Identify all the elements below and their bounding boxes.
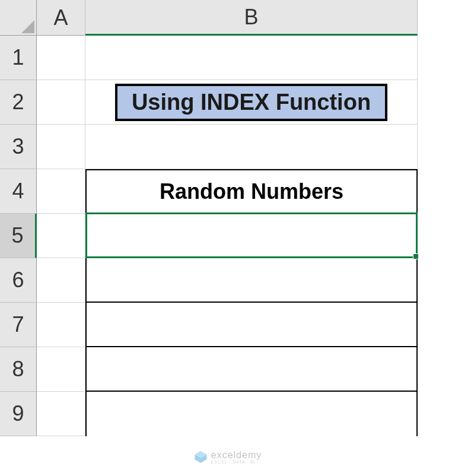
select-all-corner[interactable] <box>0 0 37 36</box>
watermark-text: exceldemy EXCEL · DATA · BI <box>211 450 262 464</box>
cell-selection <box>85 212 418 258</box>
row-header-5[interactable]: 5 <box>0 214 37 258</box>
cell-b5[interactable] <box>85 214 418 258</box>
cell-b6[interactable] <box>85 258 418 303</box>
col-header-a[interactable]: A <box>37 0 85 36</box>
cell-b1[interactable] <box>85 36 418 80</box>
watermark-sub: EXCEL · DATA · BI <box>211 460 262 464</box>
row-header-8[interactable]: 8 <box>0 347 37 392</box>
row-header-4[interactable]: 4 <box>0 169 37 214</box>
col-header-b[interactable]: B <box>85 0 418 36</box>
cell-a3[interactable] <box>37 125 85 169</box>
row-header-7[interactable]: 7 <box>0 303 37 347</box>
title-box: Using INDEX Function <box>115 84 387 121</box>
cell-a8[interactable] <box>37 347 85 392</box>
row-header-1[interactable]: 1 <box>0 36 37 80</box>
cell-b8[interactable] <box>85 347 418 392</box>
row-header-2[interactable]: 2 <box>0 80 37 125</box>
spreadsheet-grid: A B 1 2 Using INDEX Function 3 4 Random … <box>0 0 455 436</box>
cell-a5[interactable] <box>37 214 85 258</box>
cell-a6[interactable] <box>37 258 85 303</box>
cell-a7[interactable] <box>37 303 85 347</box>
cell-b9[interactable] <box>85 392 418 436</box>
svg-marker-0 <box>21 20 34 33</box>
cell-b3[interactable] <box>85 125 418 169</box>
cell-a4[interactable] <box>37 169 85 214</box>
cell-a9[interactable] <box>37 392 85 436</box>
cell-b7[interactable] <box>85 303 418 347</box>
cell-a2[interactable] <box>37 80 85 125</box>
row-header-9[interactable]: 9 <box>0 392 37 436</box>
cell-a1[interactable] <box>37 36 85 80</box>
select-all-icon <box>21 20 34 33</box>
row-header-6[interactable]: 6 <box>0 258 37 303</box>
watermark: exceldemy EXCEL · DATA · BI <box>193 450 262 464</box>
cell-b2[interactable]: Using INDEX Function <box>85 80 418 125</box>
watermark-main: exceldemy <box>211 450 262 460</box>
row-header-3[interactable]: 3 <box>0 125 37 169</box>
watermark-icon <box>193 450 208 464</box>
cell-b4-table-header[interactable]: Random Numbers <box>85 169 418 214</box>
